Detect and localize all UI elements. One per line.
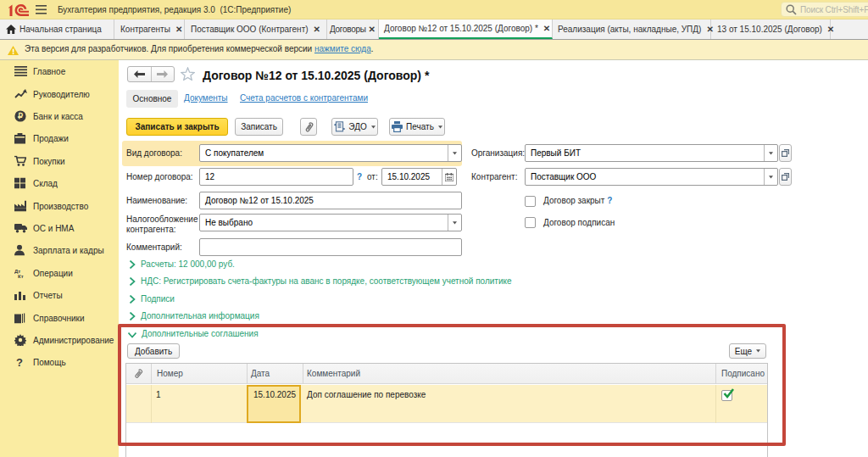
svg-text:Дт: Дт — [14, 268, 20, 273]
svg-text:₽: ₽ — [18, 111, 23, 120]
svg-text:Кт: Кт — [18, 274, 24, 279]
